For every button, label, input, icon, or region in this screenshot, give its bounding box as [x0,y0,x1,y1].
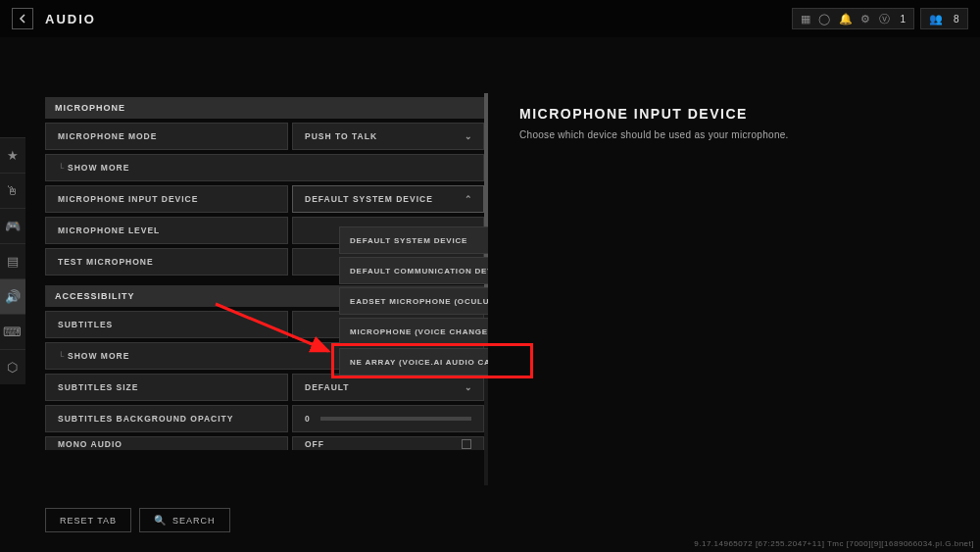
row-subtitles-label: SUBTITLES [45,311,288,338]
search-icon: 🔍 [154,515,167,526]
row-mic-mode-value[interactable]: PUSH TO TALK ⌄ [292,123,484,150]
mono-text: OFF [305,439,324,449]
rail-audio[interactable]: 🔊 [0,278,25,314]
search-button[interactable]: 🔍SEARCH [139,508,230,532]
dd-option-3[interactable]: MICROPHONE (VOICE CHANGER VIR [339,318,488,345]
dd-option-0[interactable]: DEFAULT SYSTEM DEVICE✓ [339,226,488,254]
chevron-up-circle-icon: ⓥ [879,12,891,26]
headset-icon: ◯ [818,13,831,25]
row-subopacity-label: SUBTITLES BACKGROUND OPACITY [45,405,288,432]
row-input-device-label: MICROPHONE INPUT DEVICE [45,185,288,213]
row-input-device-value[interactable]: DEFAULT SYSTEM DEVICE ⌃ [292,185,484,213]
row-mic-level-label: MICROPHONE LEVEL [45,217,288,244]
opacity-slider-track [320,417,471,421]
row-mic-mode-label: MICROPHONE MODE [45,123,288,150]
row-test-mic-label: TEST MICROPHONE [45,248,288,276]
gear-icon: ⚙ [860,13,871,25]
rail-sliders[interactable]: ▤ [0,243,25,278]
chevron-down-icon: ⌄ [465,131,473,141]
build-info: 9.17.14965072 [67:255.2047+11] Tmc [7000… [694,539,974,548]
row-showmore1[interactable]: SHOW MORE [45,154,484,181]
row-subopacity-value[interactable]: 0 [292,405,484,432]
top-status-group[interactable]: ▦ ◯ 🔔 ⚙ ⓥ 1 [792,8,915,29]
dd-option-2[interactable]: EADSET MICROPHONE (OCULUS VIR [339,287,488,315]
input-device-text: DEFAULT SYSTEM DEVICE [305,194,433,204]
input-device-dropdown: DEFAULT SYSTEM DEVICE✓ DEFAULT COMMUNICA… [339,226,488,378]
party-count: 8 [954,14,959,25]
section-microphone: MICROPHONE [45,97,484,119]
subsize-text: DEFAULT [305,382,350,392]
users-icon: 👥 [929,13,944,25]
subopacity-text: 0 [305,414,311,424]
mic-mode-text: PUSH TO TALK [305,131,377,141]
rail-mouse[interactable]: 🖱 [0,173,25,208]
row-mono-label: MONO AUDIO [45,436,288,450]
category-rail: ★ 🖱 🎮 ▤ 🔊 ⌨ ⬡ [0,137,25,384]
info-description: Choose which device should be used as yo… [519,129,931,140]
rail-star[interactable]: ★ [0,137,25,173]
rail-gamepad[interactable]: 🎮 [0,208,25,243]
row-mono-value[interactable]: OFF [292,436,484,450]
info-title: MICROPHONE INPUT DEVICE [519,106,931,122]
party-group[interactable]: 👥 8 [920,8,968,29]
notif-count: 1 [900,14,906,25]
grid-icon: ▦ [801,13,811,25]
chevron-down-icon: ⌄ [465,382,473,392]
dd-option-4[interactable]: NE ARRAY (VOICE.AI AUDIO CABLE) [339,348,488,376]
page-title: AUDIO [45,12,96,26]
row-subsize-label: SUBTITLES SIZE [45,374,288,401]
info-panel: MICROPHONE INPUT DEVICE Choose which dev… [519,106,931,140]
back-button[interactable] [12,8,33,29]
reset-tab-button[interactable]: RESET TAB [45,508,131,532]
dd-option-1[interactable]: DEFAULT COMMUNICATION DEVICE [339,257,488,284]
rail-hex[interactable]: ⬡ [0,349,25,384]
bell-icon: 🔔 [839,13,854,25]
settings-panel: MICROPHONE MICROPHONE MODE PUSH TO TALK … [45,93,488,505]
mono-checkbox[interactable] [462,439,471,449]
rail-keyboard[interactable]: ⌨ [0,314,25,349]
chevron-up-icon: ⌃ [465,194,473,204]
